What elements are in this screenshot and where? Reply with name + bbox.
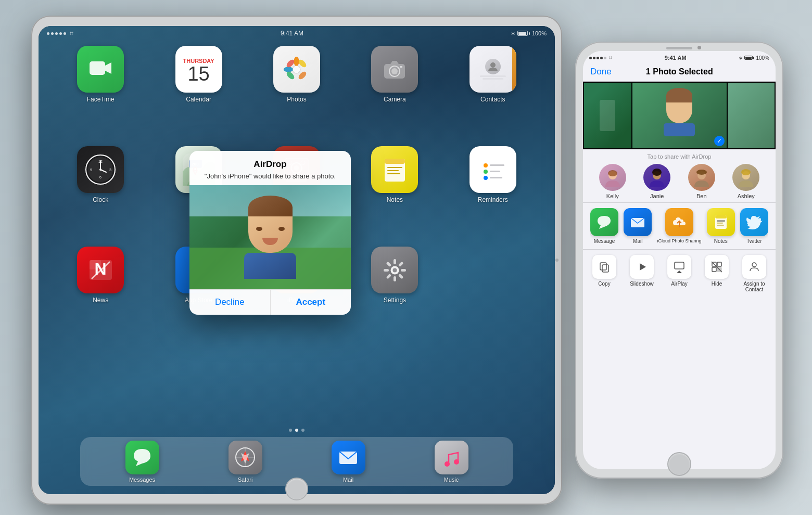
app-news[interactable]: N News <box>54 247 147 304</box>
clock-icon: 12 3 6 9 <box>77 146 124 193</box>
app-calendar[interactable]: Thursday 15 Calendar <box>152 46 245 103</box>
app-settings[interactable]: Settings <box>348 247 441 304</box>
svg-point-72 <box>445 461 450 467</box>
action-copy[interactable]: Copy <box>587 255 621 292</box>
hide-label: Hide <box>712 281 722 287</box>
share-icloud[interactable]: iCloud Photo Sharing <box>657 208 701 244</box>
assign-contact-icon <box>742 255 766 279</box>
notes-label: Notes <box>387 196 403 203</box>
svg-point-81 <box>741 169 751 175</box>
iphone-home-button[interactable] <box>667 452 691 476</box>
svg-rect-85 <box>715 215 727 218</box>
dock-music[interactable]: Music <box>435 441 468 483</box>
action-assign-contact[interactable]: Assign to Contact <box>737 255 771 292</box>
iphone-status-bar: ⌗ 9:41 AM ∗ 100% <box>583 51 776 65</box>
airdrop-subtitle: "John's iPhone" would like to share a ph… <box>200 172 340 181</box>
iphone-device: ⌗ 9:41 AM ∗ 100% <box>575 42 783 479</box>
iphone-done-button[interactable]: Done <box>590 67 612 77</box>
svg-point-77 <box>652 169 662 176</box>
app-photos[interactable]: Photos <box>250 46 343 103</box>
svg-text:9: 9 <box>90 168 92 172</box>
svg-text:3: 3 <box>109 168 111 172</box>
svg-rect-60 <box>401 269 406 272</box>
svg-rect-61 <box>398 273 404 279</box>
app-clock[interactable]: 12 3 6 9 Clock <box>54 146 147 203</box>
contact-ashley[interactable]: Ashley <box>732 164 759 199</box>
ipad-home-button[interactable] <box>285 478 308 500</box>
svg-rect-39 <box>387 167 402 168</box>
dock-safari-icon <box>229 441 262 474</box>
dock-mail[interactable]: Mail <box>332 441 365 483</box>
page-dots <box>289 429 304 432</box>
svg-point-43 <box>484 163 488 168</box>
svg-rect-88 <box>717 225 724 226</box>
page-dot-2[interactable] <box>295 429 298 432</box>
airdrop-decline-button[interactable]: Decline <box>189 290 271 315</box>
calendar-label: Calendar <box>186 96 211 103</box>
contact-kelly[interactable]: Kelly <box>599 164 626 199</box>
photo-selected-badge: ✓ <box>714 136 725 146</box>
airdrop-accept-button[interactable]: Accept <box>271 290 351 315</box>
app-notes[interactable]: Notes <box>348 146 441 203</box>
iphone-camera <box>697 46 701 49</box>
dock-music-label: Music <box>444 477 459 483</box>
photo-thumb-2[interactable]: ✓ <box>632 83 727 148</box>
svg-point-16 <box>490 62 496 68</box>
ipad-camera <box>555 259 559 262</box>
share-mail[interactable]: Mail <box>624 208 652 244</box>
share-actions: Message Mail <box>583 202 776 249</box>
svg-point-57 <box>392 268 397 272</box>
action-row: Copy Slideshow <box>587 255 771 292</box>
svg-point-99 <box>752 263 756 267</box>
share-messages[interactable]: Message <box>590 208 618 244</box>
svg-point-44 <box>484 170 488 174</box>
camera-icon <box>371 46 418 93</box>
svg-rect-59 <box>398 261 404 267</box>
notes-icon <box>371 146 418 193</box>
app-camera[interactable]: Camera <box>348 46 441 103</box>
iphone-header: Done 1 Photo Selected <box>583 65 776 82</box>
slideshow-label: Slideshow <box>630 281 654 287</box>
page-dot-1[interactable] <box>289 429 292 432</box>
signal-dot-5 <box>64 32 66 35</box>
iphone-battery-percent: 100% <box>756 55 769 61</box>
action-airplay[interactable]: AirPlay <box>662 255 696 292</box>
battery-icon <box>517 31 530 36</box>
facetime-label: FaceTime <box>87 96 115 103</box>
signal-dot-4 <box>59 32 62 35</box>
svg-rect-89 <box>602 265 608 272</box>
photo-thumb-1[interactable] <box>584 83 631 148</box>
contact-janie[interactable]: Janie <box>643 164 670 199</box>
action-slideshow[interactable]: Slideshow <box>625 255 659 292</box>
battery-percent: 100% <box>532 30 547 36</box>
page-dot-3[interactable] <box>301 429 304 432</box>
dock-messages[interactable]: Messages <box>125 441 159 483</box>
svg-rect-87 <box>717 223 723 224</box>
iphone-status-right: ∗ 100% <box>739 55 769 61</box>
iphone-speaker <box>666 47 692 49</box>
photo-thumb-3[interactable] <box>728 83 775 148</box>
dock-safari-label: Safari <box>238 477 253 483</box>
camera-label: Camera <box>384 96 406 103</box>
share-notes[interactable]: Notes <box>707 208 735 244</box>
ipad-status-right: ∗ 100% <box>511 30 547 37</box>
svg-line-98 <box>712 262 722 272</box>
share-icloud-label: iCloud Photo Sharing <box>657 238 701 244</box>
app-reminders[interactable]: Reminders <box>447 146 539 203</box>
iphone-signal: ⌗ <box>589 55 612 61</box>
action-hide[interactable]: Hide <box>700 255 734 292</box>
iphone-header-title: 1 Photo Selected <box>646 67 713 76</box>
app-contacts[interactable]: Contacts <box>447 46 539 103</box>
svg-rect-62 <box>394 276 396 281</box>
contact-ben[interactable]: Ben <box>688 164 715 199</box>
app-facetime[interactable]: FaceTime <box>54 46 147 103</box>
svg-rect-64 <box>384 269 389 272</box>
bluetooth-icon: ∗ <box>511 30 515 37</box>
airdrop-photo <box>189 185 351 289</box>
dock-safari[interactable]: Safari <box>229 441 262 483</box>
airdrop-share-title: Tap to share with AirDrop <box>590 153 768 160</box>
svg-rect-65 <box>386 261 391 267</box>
calendar-icon: Thursday 15 <box>175 46 222 93</box>
share-twitter[interactable]: Twitter <box>740 208 768 244</box>
dock-mail-label: Mail <box>343 477 353 483</box>
